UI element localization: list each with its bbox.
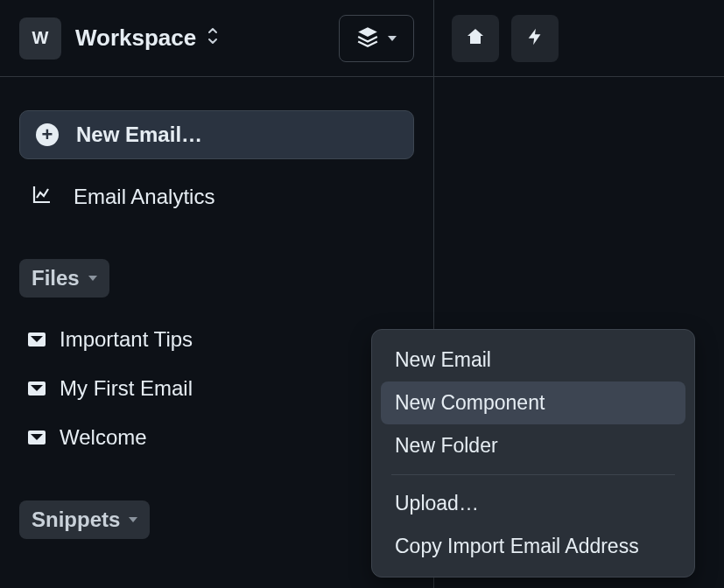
file-item[interactable]: Welcome (19, 413, 414, 462)
file-name: Important Tips (60, 327, 193, 352)
menu-divider (391, 474, 675, 475)
files-header-label: Files (32, 266, 80, 290)
new-email-label: New Email… (76, 122, 202, 147)
analytics-label: Email Analytics (74, 185, 214, 209)
file-name: Welcome (60, 425, 147, 450)
top-bar-left: W Workspace (0, 0, 434, 76)
menu-item-new-folder[interactable]: New Folder (381, 424, 685, 467)
email-analytics-button[interactable]: Email Analytics (19, 159, 414, 210)
triangle-down-icon (129, 517, 137, 522)
snippets-section-header[interactable]: Snippets (19, 500, 150, 539)
layers-dropdown-button[interactable] (339, 15, 414, 62)
menu-item-copy-import-address[interactable]: Copy Import Email Address (381, 525, 685, 568)
lightning-button[interactable] (511, 15, 559, 62)
plus-circle-icon: + (36, 123, 59, 146)
files-section-header[interactable]: Files (19, 259, 109, 298)
home-button[interactable] (452, 15, 499, 62)
menu-item-new-component[interactable]: New Component (381, 382, 685, 424)
context-menu: New Email New Component New Folder Uploa… (371, 329, 695, 578)
top-bar-right (434, 0, 724, 76)
workspace-avatar[interactable]: W (19, 18, 61, 60)
file-name: My First Email (60, 376, 193, 401)
layers-icon (356, 25, 379, 52)
lightning-icon (525, 26, 545, 51)
file-list: Important Tips My First Email Welcome (19, 315, 414, 462)
file-item[interactable]: My First Email (19, 364, 414, 413)
snippets-header-label: Snippets (32, 508, 120, 532)
envelope-icon (28, 382, 46, 396)
triangle-down-icon (88, 276, 97, 281)
chevron-down-icon (388, 36, 397, 41)
home-icon (465, 26, 486, 51)
workspace-name: Workspace (75, 24, 196, 52)
menu-item-upload[interactable]: Upload… (381, 482, 685, 525)
envelope-icon (28, 332, 46, 346)
file-item[interactable]: Important Tips (19, 315, 414, 364)
top-bar: W Workspace (0, 0, 724, 77)
sidebar: + New Email… Email Analytics Files Impor… (0, 77, 434, 588)
new-email-button[interactable]: + New Email… (19, 110, 414, 159)
menu-item-new-email[interactable]: New Email (381, 339, 685, 382)
workspace-switcher[interactable]: Workspace (75, 24, 221, 52)
sort-updown-icon (205, 24, 221, 52)
envelope-icon (28, 430, 46, 444)
chart-icon (32, 184, 53, 210)
